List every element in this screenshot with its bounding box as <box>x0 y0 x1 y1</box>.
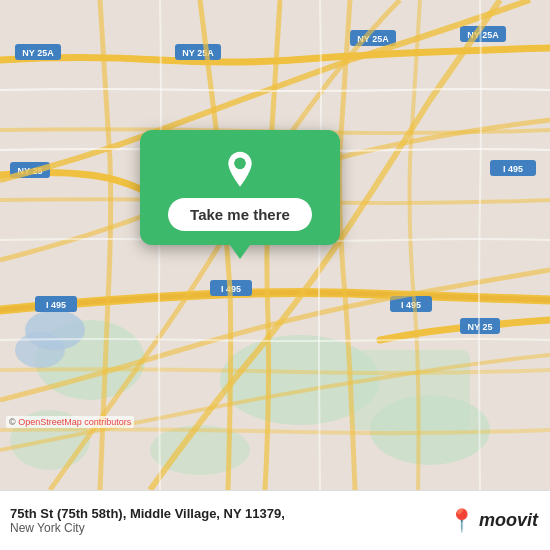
moovit-pin-icon: 📍 <box>448 508 475 534</box>
svg-text:I 495: I 495 <box>46 300 66 310</box>
moovit-logo: 📍 moovit <box>448 508 538 534</box>
svg-point-29 <box>234 158 246 170</box>
take-me-there-button[interactable]: Take me there <box>168 198 312 231</box>
svg-text:I 495: I 495 <box>503 164 523 174</box>
osm-credit: © OpenStreetMap contributors <box>6 416 134 428</box>
address-line1: 75th St (75th 58th), Middle Village, NY … <box>10 506 285 521</box>
bottom-bar: 75th St (75th 58th), Middle Village, NY … <box>0 490 550 550</box>
location-pin-icon <box>220 150 260 190</box>
osm-text: © <box>9 417 18 427</box>
address-line2: New York City <box>10 521 285 535</box>
svg-text:I 495: I 495 <box>401 300 421 310</box>
location-popup: Take me there <box>140 130 340 245</box>
map-view: I 495 I 495 I 495 NY 25A NY 25A NY 25A N… <box>0 0 550 490</box>
svg-point-8 <box>15 332 65 368</box>
moovit-wordmark: moovit <box>479 510 538 531</box>
osm-link[interactable]: OpenStreetMap contributors <box>18 417 131 427</box>
svg-text:NY 25A: NY 25A <box>22 48 54 58</box>
address-block: 75th St (75th 58th), Middle Village, NY … <box>10 506 285 535</box>
svg-rect-6 <box>350 350 470 430</box>
